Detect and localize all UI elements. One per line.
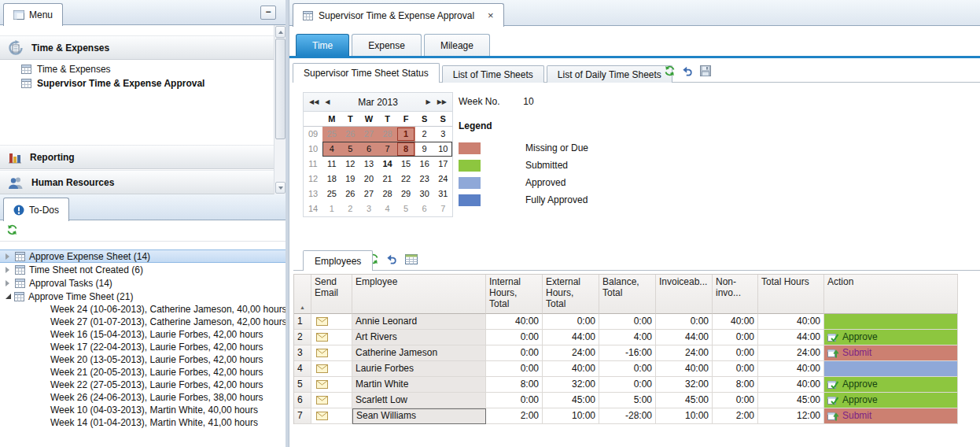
scrollbar-thumb[interactable] <box>275 39 286 139</box>
calendar-day[interactable]: 1 <box>322 201 341 216</box>
action-label[interactable]: Approve <box>842 330 878 345</box>
tab-menu[interactable]: Menu <box>3 3 63 26</box>
calendar-day[interactable]: 4 <box>378 201 397 216</box>
employee-cell[interactable]: Laurie Forbes <box>352 361 486 377</box>
calendar-prev-month-button[interactable]: ◀ <box>322 98 332 105</box>
external_hours-cell[interactable]: 32:00 <box>543 377 599 393</box>
send-email-cell[interactable] <box>311 314 352 330</box>
todo-item[interactable]: Approve Expense Sheet (14) <box>0 249 286 263</box>
send-email-cell[interactable] <box>311 408 352 424</box>
non_invoiceable-cell[interactable]: 8:00 <box>713 377 758 393</box>
envelope-icon[interactable] <box>316 317 328 326</box>
employee-cell[interactable]: Annie Leonard <box>352 314 486 330</box>
menu-scrollbar[interactable] <box>274 25 286 194</box>
action-label[interactable]: Submit <box>842 408 871 423</box>
approve-icon[interactable] <box>827 379 838 390</box>
employee-row[interactable]: 3Catherine Jameson0:0024:00-16:0024:000:… <box>294 345 958 361</box>
menu-group-time-expenses[interactable]: Time & Expenses <box>0 35 274 60</box>
submit-icon[interactable] <box>827 411 838 421</box>
total_hours-cell[interactable]: 24:00 <box>758 345 824 361</box>
employee-cell[interactable]: Scarlett Low <box>352 393 486 408</box>
todo-week-item[interactable]: Week 17 (22-04-2013), Laurie Forbes, 42,… <box>0 341 286 353</box>
column-header-internal_hours[interactable]: Internal Hours, Total <box>486 275 543 314</box>
scroll-down-button[interactable] <box>275 182 286 194</box>
external_hours-cell[interactable]: 40:00 <box>543 361 599 377</box>
calendar-day[interactable]: 31 <box>433 187 452 201</box>
menu-group-human-resources[interactable]: Human Resources <box>0 170 274 194</box>
todo-week-item[interactable]: Week 14 (01-04-2013), Martin White, 41,0… <box>0 416 286 429</box>
internal_hours-cell[interactable]: 0:00 <box>486 330 543 345</box>
calendar-day[interactable]: 25 <box>322 187 341 201</box>
column-header-action[interactable]: Action <box>824 275 958 314</box>
tab-supervisor-approval[interactable]: Supervisor Time & Expense Approval × <box>293 3 504 27</box>
total_hours-cell[interactable]: 44:00 <box>758 330 824 345</box>
employee-cell[interactable]: Martin White <box>352 377 486 393</box>
external_hours-cell[interactable]: 44:00 <box>543 330 599 345</box>
action-cell[interactable]: Submit <box>824 345 958 361</box>
calendar-day[interactable]: 26 <box>341 187 360 201</box>
external_hours-cell[interactable]: 24:00 <box>543 345 599 361</box>
column-header-employee[interactable]: Employee <box>352 275 486 314</box>
send-email-cell[interactable] <box>311 345 352 361</box>
calendar-day[interactable]: 16 <box>415 157 434 172</box>
calendar-prev-year-button[interactable]: ◀◀ <box>307 98 321 105</box>
todo-item[interactable]: Approval Tasks (14) <box>0 276 286 290</box>
submit-icon[interactable] <box>827 348 838 358</box>
collapse-icon[interactable] <box>6 294 11 299</box>
employee-row[interactable]: 4Laurie Forbes0:0040:000:0040:000:0040:0… <box>294 361 958 377</box>
calendar-day[interactable]: 20 <box>359 172 378 187</box>
invoiceable-cell[interactable]: 45:00 <box>656 393 713 408</box>
todo-week-item[interactable]: Week 24 (10-06-2013), Catherine Jameson,… <box>0 303 286 316</box>
calendar-day[interactable]: 21 <box>378 172 397 187</box>
action-label[interactable]: Submit <box>842 345 871 360</box>
calendar-day[interactable]: 18 <box>322 172 341 187</box>
total_hours-cell[interactable]: 45:00 <box>758 393 824 408</box>
employee-row[interactable]: 2Art Rivers0:0044:004:0044:000:0044:00Ap… <box>294 330 958 345</box>
calendar-next-year-button[interactable]: ▶▶ <box>435 98 449 105</box>
envelope-icon[interactable] <box>316 412 328 420</box>
envelope-icon[interactable] <box>316 396 328 405</box>
calendar-day[interactable]: 2 <box>415 127 434 142</box>
subtab-list-of-daily-time-sheets[interactable]: List of Daily Time Sheets <box>547 65 672 83</box>
external_hours-cell[interactable]: 45:00 <box>543 393 599 408</box>
action-label[interactable]: Approve <box>842 393 878 408</box>
calendar-day[interactable]: 13 <box>359 157 378 172</box>
calendar-day[interactable]: 15 <box>396 157 415 172</box>
calendar-day[interactable]: 2 <box>341 201 360 216</box>
minimize-button[interactable]: − <box>260 6 276 20</box>
calendar-day[interactable]: 11 <box>322 157 341 172</box>
column-header-total_hours[interactable]: Total Hours <box>758 275 824 314</box>
non_invoiceable-cell[interactable]: 0:00 <box>713 345 758 361</box>
invoiceable-cell[interactable]: 10:00 <box>656 408 713 424</box>
internal_hours-cell[interactable]: 40:00 <box>486 314 543 330</box>
send-email-cell[interactable] <box>311 361 352 377</box>
employee-row[interactable]: 1Annie Leonard40:000:000:000:0040:0040:0… <box>294 314 958 330</box>
invoiceable-cell[interactable]: 44:00 <box>656 330 713 345</box>
tab-employees[interactable]: Employees <box>303 250 373 271</box>
tab-expense[interactable]: Expense <box>352 34 422 56</box>
calendar-day[interactable]: 6 <box>415 201 434 216</box>
todo-item[interactable]: Time Sheet not Created (6) <box>0 263 286 276</box>
employee-cell[interactable]: Catherine Jameson <box>352 345 486 361</box>
calendar-day[interactable]: 7 <box>378 142 397 157</box>
calendar-day[interactable]: 27 <box>359 127 378 142</box>
expand-icon[interactable] <box>6 267 13 273</box>
todo-week-item[interactable]: Week 16 (15-04-2013), Laurie Forbes, 42,… <box>0 328 286 341</box>
todo-week-item[interactable]: Week 20 (13-05-2013), Laurie Forbes, 42,… <box>0 353 286 366</box>
calendar-day[interactable]: 7 <box>433 201 452 216</box>
table-view-icon[interactable] <box>405 254 418 264</box>
send-email-cell[interactable] <box>311 393 352 408</box>
calendar-day[interactable]: 5 <box>341 142 360 157</box>
calendar-day[interactable]: 26 <box>341 127 360 142</box>
calendar-day[interactable]: 6 <box>359 142 378 157</box>
employee-row[interactable]: 7Sean Williams2:0010:00-28:0010:002:0012… <box>294 408 958 424</box>
internal_hours-cell[interactable]: 2:00 <box>486 408 543 424</box>
balance-cell[interactable]: 0:00 <box>599 361 656 377</box>
close-tab-icon[interactable]: × <box>488 11 494 20</box>
column-header-balance[interactable]: Balance, Total <box>599 275 656 314</box>
calendar-day[interactable]: 14 <box>378 157 397 172</box>
envelope-icon[interactable] <box>316 364 328 373</box>
envelope-icon[interactable] <box>316 380 328 389</box>
action-label[interactable]: Approve <box>842 377 878 392</box>
subtab-list-of-time-sheets[interactable]: List of Time Sheets <box>442 65 544 83</box>
